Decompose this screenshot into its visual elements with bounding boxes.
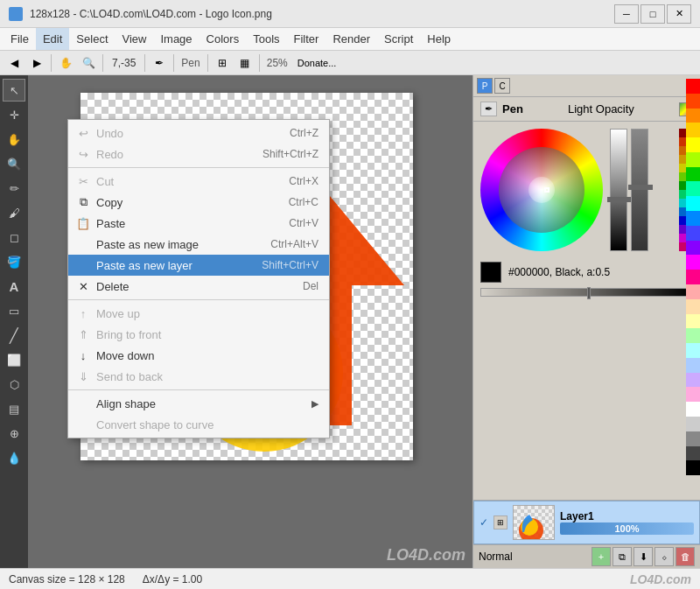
menu-image[interactable]: Image <box>153 28 199 50</box>
toolbar-hand[interactable]: ✋ <box>55 53 76 74</box>
layer-add-btn[interactable]: + <box>592 547 611 566</box>
tool-line[interactable]: ╱ <box>3 324 25 347</box>
layer-opacity-bar[interactable]: 100% <box>560 522 694 535</box>
menu-help[interactable]: Help <box>420 28 458 50</box>
layer-merge-btn[interactable]: ⬇ <box>634 547 653 566</box>
tool-brush[interactable]: 🖌 <box>3 201 25 224</box>
toolbar: ◀ ▶ ✋ 🔍 7,-35 ✒ Pen ⊞ ▦ 25% Donate... <box>0 51 700 75</box>
rp-20[interactable] <box>686 358 700 373</box>
tool-select-lasso[interactable]: ⬡ <box>3 373 25 396</box>
rp-26[interactable] <box>686 446 700 461</box>
close-button[interactable]: ✕ <box>667 4 691 24</box>
tool-move[interactable]: ✛ <box>3 103 25 126</box>
ctx-move-down[interactable]: ↓ Move down <box>68 345 329 366</box>
menu-file[interactable]: File <box>4 28 36 50</box>
menu-filter[interactable]: Filter <box>287 28 326 50</box>
pen-tool-icon[interactable]: ✒ <box>480 102 497 116</box>
toolbar-history-fwd[interactable]: ▶ <box>26 53 47 74</box>
rp-10[interactable] <box>686 211 700 226</box>
rp-6[interactable] <box>686 152 700 167</box>
window-title: 128x128 - C:\LO4D.com\LO4D.com - Logo Ic… <box>30 8 272 20</box>
tool-pointer[interactable]: ↖ <box>3 79 25 102</box>
color-mode-icon[interactable]: C <box>494 78 510 94</box>
ctx-convert-curve[interactable]: Convert shape to curve <box>68 414 329 435</box>
rp-14[interactable] <box>686 270 700 284</box>
layer-dupe-btn[interactable]: ⧉ <box>612 547 632 566</box>
ctx-paste[interactable]: 📋 Paste Ctrl+V <box>68 213 329 234</box>
menu-render[interactable]: Render <box>326 28 377 50</box>
rp-22[interactable] <box>686 387 700 402</box>
tool-color-pick[interactable]: 💧 <box>3 446 25 469</box>
toolbar-zoom[interactable]: 🔍 <box>78 53 99 74</box>
toolbar-donate[interactable]: Donate... <box>293 53 341 74</box>
toolbar-pen[interactable]: ✒ <box>149 53 170 74</box>
rp-11[interactable] <box>686 226 700 241</box>
ctx-paste-new-layer[interactable]: Paste as new layer Shift+Ctrl+V <box>68 255 329 276</box>
color-wheel-container[interactable] <box>480 129 603 251</box>
ctx-bring-front[interactable]: ⇑ Bring to front <box>68 324 329 345</box>
ctx-undo[interactable]: ↩ Undo Ctrl+Z <box>68 123 329 144</box>
layer-flatten-btn[interactable]: ⬦ <box>654 547 674 566</box>
ctx-copy[interactable]: ⧉ Copy Ctrl+C <box>68 192 329 213</box>
minimize-button[interactable]: ─ <box>614 4 639 24</box>
rp-23[interactable] <box>686 402 700 417</box>
ctx-delete[interactable]: ✕ Delete Del <box>68 276 329 297</box>
color-wheel[interactable] <box>480 129 603 251</box>
tool-shapes[interactable]: ▭ <box>3 299 25 322</box>
rp-16[interactable] <box>686 299 700 314</box>
layer-item[interactable]: ✓ ⊞ Layer1 100% <box>473 501 700 544</box>
rp-2[interactable] <box>686 94 700 109</box>
rp-8[interactable] <box>686 181 700 196</box>
toolbar-history-back[interactable]: ◀ <box>4 53 24 74</box>
ctx-align-shape[interactable]: Align shape ▶ <box>68 393 329 414</box>
tool-hand[interactable]: ✋ <box>3 128 25 151</box>
ctx-copy-label: Copy <box>96 196 122 209</box>
rp-13[interactable] <box>686 255 700 270</box>
toolbar-checker[interactable]: ▦ <box>234 53 256 74</box>
tool-text[interactable]: A <box>3 275 25 298</box>
rp-17[interactable] <box>686 314 700 329</box>
menu-tools[interactable]: Tools <box>246 28 286 50</box>
rp-18[interactable] <box>686 328 700 343</box>
rp-3[interactable] <box>686 109 700 123</box>
ctx-move-up[interactable]: ↑ Move up <box>68 303 329 324</box>
menu-select[interactable]: Select <box>69 28 115 50</box>
rp-27[interactable] <box>686 460 700 475</box>
rp-24[interactable] <box>686 417 700 431</box>
ctx-send-back[interactable]: ⇓ Send to back <box>68 366 329 387</box>
tool-fill[interactable]: 🪣 <box>3 250 25 273</box>
tool-zoom-in[interactable]: 🔍 <box>3 152 25 175</box>
menu-view[interactable]: View <box>116 28 154 50</box>
color-swatch[interactable] <box>480 262 501 283</box>
opacity-bar-white[interactable] <box>610 129 627 251</box>
toolbar-grid[interactable]: ⊞ <box>212 53 233 74</box>
tool-pencil[interactable]: ✏ <box>3 177 25 200</box>
rp-15[interactable] <box>686 284 700 299</box>
ctx-cut[interactable]: ✂ Cut Ctrl+X <box>68 171 329 192</box>
pen-mode-icon[interactable]: P <box>477 78 493 94</box>
rp-25[interactable] <box>686 431 700 446</box>
rp-12[interactable] <box>686 241 700 256</box>
rp-9[interactable] <box>686 196 700 211</box>
menu-colors[interactable]: Colors <box>200 28 247 50</box>
alpha-gradient-bar[interactable] <box>480 288 693 297</box>
tool-eraser[interactable]: ◻ <box>3 226 25 249</box>
tool-select-rect[interactable]: ⬜ <box>3 348 25 371</box>
layer-delete-btn[interactable]: 🗑 <box>676 547 695 566</box>
tool-gradient[interactable]: ▤ <box>3 397 25 420</box>
menu-script[interactable]: Script <box>377 28 420 50</box>
opacity-bar-alpha[interactable] <box>631 129 648 251</box>
maximize-button[interactable]: □ <box>640 4 665 24</box>
menu-edit[interactable]: Edit <box>36 28 69 50</box>
tool-clone[interactable]: ⊕ <box>3 422 25 445</box>
ctx-redo[interactable]: ↪ Redo Shift+Ctrl+Z <box>68 144 329 165</box>
rp-7[interactable] <box>686 167 700 182</box>
canvas-area[interactable]: ↩ Undo Ctrl+Z ↪ Redo Shift+Ctrl+Z ✂ Cut … <box>28 75 472 568</box>
rp-21[interactable] <box>686 373 700 388</box>
layer-checkbox[interactable]: ✓ <box>480 516 488 529</box>
rp-4[interactable] <box>686 123 700 137</box>
rp-1[interactable] <box>686 79 700 94</box>
rp-19[interactable] <box>686 343 700 358</box>
rp-5[interactable] <box>686 137 700 152</box>
ctx-paste-new-image[interactable]: Paste as new image Ctrl+Alt+V <box>68 234 329 255</box>
